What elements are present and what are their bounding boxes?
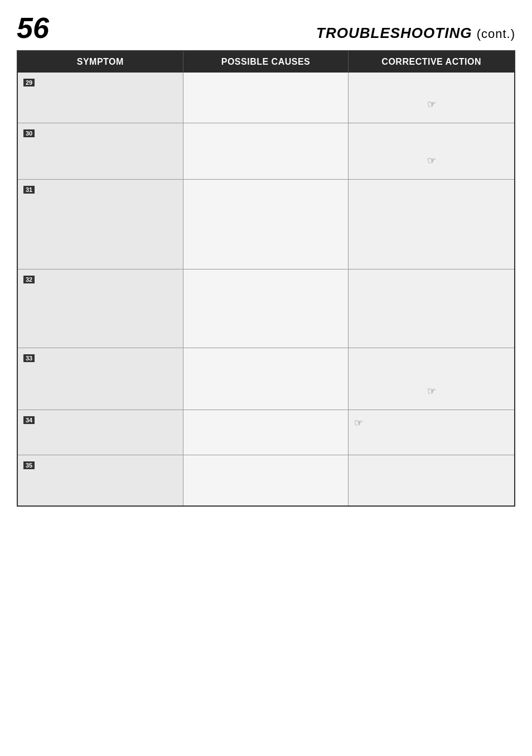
symptom-cell-30: 30: [18, 123, 183, 179]
table-row: 32: [18, 269, 514, 348]
row-number-32: 32: [23, 276, 35, 283]
page-title: TROUBLESHOOTING (cont.): [316, 25, 515, 42]
row-number-29: 29: [23, 79, 35, 86]
symptom-cell-33: 33: [18, 348, 183, 410]
symptom-cell-31: 31: [18, 180, 183, 269]
table-row: 34 ☞: [18, 410, 514, 455]
reference-icon-30: ☞: [427, 155, 436, 167]
reference-icon-33: ☞: [427, 385, 436, 397]
table-row: 29 ☞: [18, 73, 514, 123]
causes-cell-35: [183, 455, 349, 505]
symptom-header: SYMPTOM: [18, 51, 183, 73]
table-row: 30 ☞: [18, 123, 514, 179]
row-number-33: 33: [23, 354, 35, 362]
table-row: 33 ☞: [18, 348, 514, 410]
troubleshooting-table: SYMPTOM POSSIBLE CAUSES CORRECTIVE ACTIO…: [17, 50, 515, 507]
symptom-cell-34: 34: [18, 410, 183, 455]
causes-cell-34: [183, 410, 349, 455]
causes-cell-33: [183, 348, 349, 410]
row-number-35: 35: [23, 461, 35, 469]
causes-cell-32: [183, 269, 349, 348]
action-cell-30: ☞: [349, 123, 514, 179]
page-header: 56 TROUBLESHOOTING (cont.): [17, 11, 515, 45]
table-header: SYMPTOM POSSIBLE CAUSES CORRECTIVE ACTIO…: [18, 51, 514, 73]
table-row: 35: [18, 455, 514, 505]
action-cell-35: [349, 455, 514, 505]
row-number-31: 31: [23, 186, 35, 194]
table-body: 29 ☞ 30 ☞ 31 3: [18, 73, 514, 505]
causes-cell-31: [183, 180, 349, 269]
symptom-cell-35: 35: [18, 455, 183, 505]
action-cell-29: ☞: [349, 73, 514, 123]
causes-header: POSSIBLE CAUSES: [183, 51, 349, 73]
page-number: 56: [17, 11, 49, 45]
symptom-cell-32: 32: [18, 269, 183, 348]
row-number-30: 30: [23, 129, 35, 137]
action-cell-32: [349, 269, 514, 348]
row-number-34: 34: [23, 416, 35, 424]
action-cell-34: ☞: [349, 410, 514, 455]
reference-icon-34: ☞: [354, 417, 363, 429]
causes-cell-29: [183, 73, 349, 123]
action-header: CORRECTIVE ACTION: [349, 51, 514, 73]
table-row: 31: [18, 179, 514, 269]
action-cell-33: ☞: [349, 348, 514, 410]
symptom-cell-29: 29: [18, 73, 183, 123]
action-cell-31: [349, 180, 514, 269]
causes-cell-30: [183, 123, 349, 179]
reference-icon-29: ☞: [427, 98, 436, 110]
